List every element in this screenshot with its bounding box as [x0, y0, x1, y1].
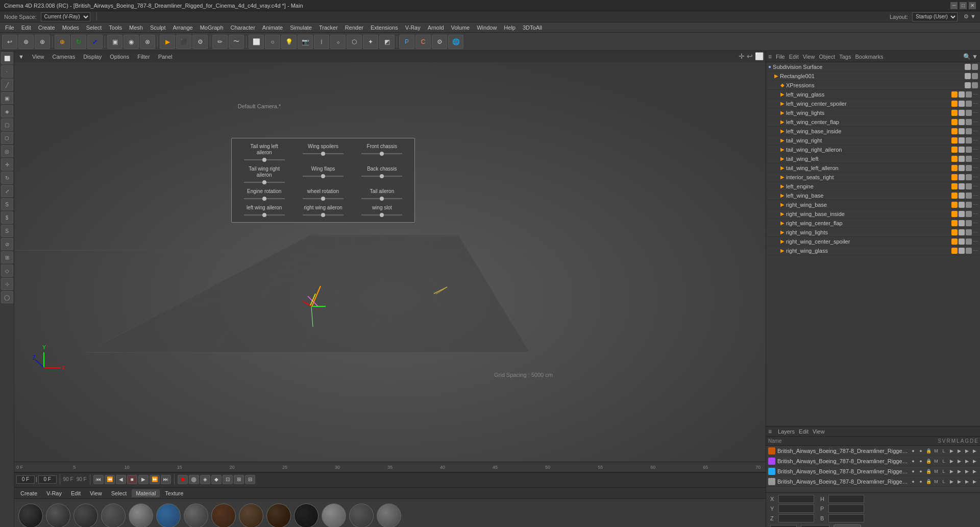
move-tool[interactable]: ⊕: [55, 35, 70, 49]
layer-d-0[interactable]: ▶: [963, 447, 970, 454]
obj-row-xpressions[interactable]: ◆ XPressions: [766, 81, 980, 90]
sidebar-select1[interactable]: ▢: [1, 118, 13, 131]
obj-color-8[interactable]: [951, 165, 958, 171]
material-fuselage[interactable]: fuselage: [129, 504, 153, 528]
obj-rend-2[interactable]: [966, 110, 972, 116]
sidebar-select2[interactable]: ⬡: [1, 132, 13, 144]
layer-mg-0[interactable]: M: [933, 447, 940, 454]
viewport[interactable]: ▼ View Cameras Display Options Filter Pa…: [14, 51, 766, 462]
material-Controll[interactable]: Controll: [46, 504, 70, 528]
key-all-button[interactable]: ◈: [200, 475, 210, 484]
layer-layers-menu[interactable]: Layers: [778, 428, 795, 435]
bottom-tab-vray[interactable]: V-Ray: [42, 489, 66, 497]
sidebar-scale[interactable]: ⤢: [1, 185, 13, 197]
menu-tracker[interactable]: Tracker: [316, 23, 341, 32]
obj-file-menu[interactable]: File: [774, 53, 787, 60]
sidebar-edge-mode[interactable]: ╱: [1, 79, 13, 91]
obj-vis-2[interactable]: [959, 110, 965, 116]
normal-axis[interactable]: ⊗: [140, 35, 155, 49]
obj-bookmarks-menu[interactable]: Bookmarks: [853, 53, 885, 60]
material-Tail_win[interactable]: Tail_win: [349, 504, 374, 528]
layer-eye-1[interactable]: ●: [910, 458, 917, 465]
obj-render-btn[interactable]: [972, 64, 978, 70]
menu-mograph[interactable]: MoGraph: [197, 23, 227, 32]
obj-color-10[interactable]: [951, 183, 958, 189]
menu-create[interactable]: Create: [35, 23, 58, 32]
render-settings[interactable]: ⚙: [192, 35, 208, 49]
minimize-button[interactable]: ─: [950, 2, 958, 9]
web[interactable]: 🌐: [448, 35, 463, 49]
layer-render-1[interactable]: ●: [917, 458, 924, 465]
layer-render-3[interactable]: ●: [917, 478, 924, 485]
obj-vis-17[interactable]: [959, 248, 965, 254]
close-button[interactable]: ✕: [969, 2, 976, 9]
obj-vis-btn-r[interactable]: [965, 73, 971, 79]
retarget-button[interactable]: ⊞: [234, 475, 244, 484]
obj-vis-11[interactable]: [959, 193, 965, 199]
xp-slider-5[interactable]: [361, 174, 402, 178]
material-back_ch[interactable]: back_ch: [18, 504, 43, 528]
obj-row-right_wing_lights[interactable]: ▶ right_wing_lights ····: [766, 228, 980, 237]
obj-rend-0[interactable]: [966, 91, 972, 98]
particles[interactable]: ⁞: [314, 35, 329, 49]
obj-row-right_wing_center_spoiler[interactable]: ▶ right_wing_center_spoiler ····: [766, 237, 980, 246]
key-sel-button[interactable]: ◆: [211, 475, 222, 484]
obj-row-left_wing_center_spoiler[interactable]: ▶ left_wing_center_spoiler ····: [766, 99, 980, 108]
layer-eye-3[interactable]: ●: [910, 478, 917, 485]
obj-rend-15[interactable]: [966, 229, 972, 235]
obj-row-left_wing_glass[interactable]: ▶ left_wing_glass ····: [766, 90, 980, 99]
viewport-nav1[interactable]: ✛: [739, 52, 745, 60]
obj-row-interior_seats_right[interactable]: ▶ interior_seats_right ····: [766, 173, 980, 182]
bottom-tab-material[interactable]: Material: [132, 489, 160, 497]
rotate-tool[interactable]: ↻: [71, 35, 86, 49]
layer-lock-2[interactable]: 🔒: [925, 468, 932, 475]
obj-vis-0[interactable]: [959, 91, 965, 98]
obj-vis-xp[interactable]: [965, 82, 971, 88]
cube-tool[interactable]: ⬜: [249, 35, 264, 49]
obj-color-2[interactable]: [951, 110, 958, 116]
layer-e-3[interactable]: ▶: [971, 478, 978, 485]
undo-button[interactable]: ↩: [2, 35, 17, 49]
obj-filter-icon[interactable]: ▼: [972, 53, 978, 60]
obj-row-tail_wing_left[interactable]: ▶ tail_wing_left ····: [766, 154, 980, 163]
material-grey_me[interactable]: grey_me: [184, 504, 208, 528]
obj-color-14[interactable]: [951, 220, 958, 226]
select-tool[interactable]: ⊕: [35, 35, 50, 49]
obj-tags-menu[interactable]: Tags: [837, 53, 853, 60]
menu-arnold[interactable]: Arnold: [425, 23, 447, 32]
obj-vis-15[interactable]: [959, 229, 965, 235]
obj-color-9[interactable]: [951, 174, 958, 180]
obj-vis-3[interactable]: [959, 119, 965, 125]
obj-color-11[interactable]: [951, 193, 958, 199]
world-axis[interactable]: ◉: [124, 35, 139, 49]
go-to-start-button[interactable]: ⏮: [93, 475, 104, 484]
play-forward-button[interactable]: ▶: [138, 475, 149, 484]
xp-slider-0[interactable]: [244, 158, 285, 162]
layer-row-0[interactable]: British_Airways_Boeing_787-8_Dreamliner_…: [766, 446, 980, 456]
camera-tool[interactable]: 📷: [298, 35, 313, 49]
obj-rend-5[interactable]: [966, 137, 972, 143]
material-interior_[interactable]: interior_: [266, 504, 291, 528]
fps-input[interactable]: [38, 475, 57, 484]
obj-row-left_wing_base_inside[interactable]: ▶ left_wing_base_inside ····: [766, 127, 980, 136]
menu-edit[interactable]: Edit: [18, 23, 34, 32]
obj-vis-13[interactable]: [959, 211, 965, 217]
obj-rend-17[interactable]: [966, 248, 972, 254]
obj-vis-7[interactable]: [959, 156, 965, 162]
generator[interactable]: ⬡: [347, 35, 362, 49]
menu-modes[interactable]: Modes: [59, 23, 82, 32]
sidebar-rotate[interactable]: ↻: [1, 172, 13, 184]
obj-color-17[interactable]: [951, 248, 958, 254]
xp-slider-9[interactable]: [244, 213, 285, 217]
sidebar-poly-mode[interactable]: ▣: [1, 92, 13, 104]
coffee-script[interactable]: C: [415, 35, 431, 49]
obj-color-3[interactable]: [951, 119, 958, 125]
layer-edit-menu[interactable]: Edit: [799, 428, 808, 435]
obj-row-left_engine[interactable]: ▶ left_engine ····: [766, 182, 980, 191]
obj-rend-1[interactable]: [966, 101, 972, 107]
stop-button[interactable]: ■: [127, 475, 137, 484]
menu-file[interactable]: File: [2, 23, 17, 32]
obj-rend-8[interactable]: [966, 165, 972, 171]
xp-slider-2[interactable]: [361, 152, 402, 156]
obj-color-12[interactable]: [951, 202, 958, 208]
